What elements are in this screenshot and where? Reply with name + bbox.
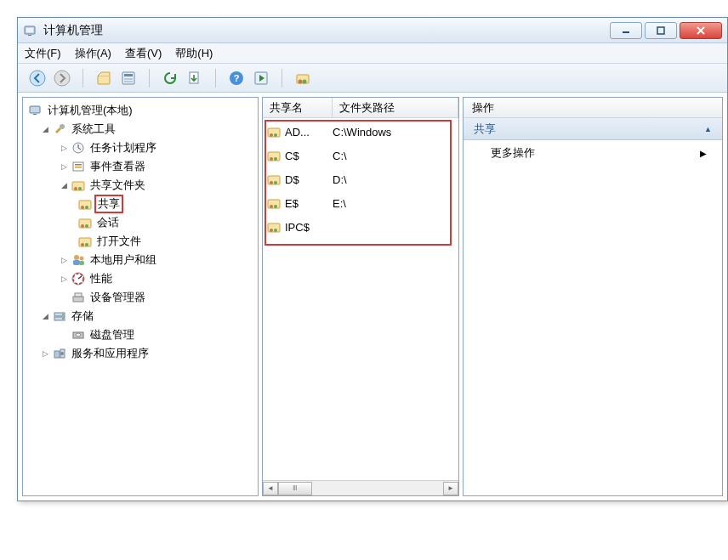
tree-label: 会话 xyxy=(94,214,122,231)
forward-button[interactable] xyxy=(51,67,73,89)
actions-pane: 操作 共享 ▲ 更多操作 ▶ xyxy=(463,97,723,496)
back-button[interactable] xyxy=(26,67,48,89)
performance-icon xyxy=(71,271,86,286)
tree-shares[interactable]: 共享 xyxy=(25,195,256,213)
svg-rect-44 xyxy=(73,297,83,302)
tree-sessions[interactable]: 会话 xyxy=(25,213,256,232)
list-item[interactable]: IPC$ xyxy=(263,215,458,239)
svg-point-66 xyxy=(274,205,277,208)
horizontal-scrollbar[interactable]: ◄ Ⅲ ► xyxy=(263,480,458,495)
tree-label-selected: 共享 xyxy=(94,195,123,213)
svg-point-17 xyxy=(299,79,303,83)
tree-shared-folders[interactable]: ◢ 共享文件夹 xyxy=(25,176,256,195)
svg-rect-39 xyxy=(73,260,80,265)
actions-more[interactable]: 更多操作 ▶ xyxy=(464,140,722,166)
tree-label: 存储 xyxy=(69,308,96,325)
close-button[interactable] xyxy=(680,22,722,39)
expand-icon[interactable]: ▷ xyxy=(59,274,69,284)
scroll-right-button[interactable]: ► xyxy=(443,482,458,495)
list-item[interactable]: E$ E:\ xyxy=(263,191,458,215)
tree-root-label: 计算机管理(本地) xyxy=(45,102,135,119)
cell-name: IPC$ xyxy=(285,221,310,234)
expand-icon[interactable]: ▷ xyxy=(59,143,69,153)
chevron-right-icon: ▶ xyxy=(700,149,707,158)
list-pane: 共享名 文件夹路径 AD... C:\Windows C$ C:\ D$ D:\ xyxy=(262,97,459,496)
expand-icon[interactable]: ▷ xyxy=(59,161,69,172)
column-share-name[interactable]: 共享名 xyxy=(263,98,333,117)
collapse-icon[interactable]: ◢ xyxy=(40,124,50,134)
tree-performance[interactable]: ▷ 性能 xyxy=(25,269,256,288)
menu-help[interactable]: 帮助(H) xyxy=(175,46,213,61)
tree-label: 性能 xyxy=(88,270,115,287)
export-button[interactable] xyxy=(184,67,206,89)
cell-path: E:\ xyxy=(333,197,455,210)
tree-root[interactable]: 计算机管理(本地) xyxy=(25,101,256,120)
open-files-icon xyxy=(77,234,93,249)
collapse-icon[interactable]: ◢ xyxy=(40,311,50,321)
svg-point-5 xyxy=(30,71,45,86)
svg-point-62 xyxy=(270,181,273,184)
expand-icon[interactable]: ▷ xyxy=(59,255,69,265)
svg-rect-1 xyxy=(26,28,33,32)
cell-name: AD... xyxy=(285,126,310,139)
svg-rect-25 xyxy=(75,167,82,168)
expand-icon[interactable]: ▷ xyxy=(40,348,50,359)
shares-icon xyxy=(77,196,93,212)
cell-name: D$ xyxy=(285,173,299,186)
sessions-icon xyxy=(77,215,93,230)
help-button[interactable]: ? xyxy=(225,67,247,89)
tree-storage[interactable]: ◢ 存储 xyxy=(25,307,256,325)
new-share-button[interactable] xyxy=(292,67,314,89)
menu-view[interactable]: 查看(V) xyxy=(125,46,162,61)
run-button[interactable] xyxy=(250,67,272,89)
list-header: 共享名 文件夹路径 xyxy=(263,98,458,118)
users-icon xyxy=(71,252,86,268)
tree-open-files[interactable]: 打开文件 xyxy=(25,232,256,251)
scroll-thumb[interactable]: Ⅲ xyxy=(278,482,312,495)
list-item[interactable]: D$ D:\ xyxy=(263,167,458,191)
svg-point-38 xyxy=(74,255,79,260)
scroll-left-button[interactable]: ◄ xyxy=(263,482,278,495)
properties-button[interactable] xyxy=(117,67,139,89)
svg-point-27 xyxy=(74,187,77,190)
column-folder-path[interactable]: 文件夹路径 xyxy=(333,98,458,117)
cell-name: C$ xyxy=(285,150,299,162)
svg-rect-45 xyxy=(75,293,82,297)
tree-label: 磁盘管理 xyxy=(88,326,137,343)
list-item[interactable]: C$ C:\ xyxy=(263,144,458,167)
svg-point-54 xyxy=(60,352,64,355)
svg-rect-7 xyxy=(98,76,110,84)
svg-rect-11 xyxy=(124,81,133,82)
actions-section-label: 共享 xyxy=(474,122,496,137)
svg-point-34 xyxy=(85,224,88,228)
tree-label: 系统工具 xyxy=(69,121,118,138)
tree-label: 设备管理器 xyxy=(88,289,148,306)
menu-action[interactable]: 操作(A) xyxy=(75,46,111,61)
share-icon xyxy=(266,124,282,139)
device-icon xyxy=(71,290,86,305)
tree-task-scheduler[interactable]: ▷ 任务计划程序 xyxy=(25,139,256,157)
svg-rect-24 xyxy=(75,164,82,166)
svg-rect-2 xyxy=(28,35,31,36)
svg-point-68 xyxy=(270,229,273,232)
tree-event-viewer[interactable]: ▷ 事件查看器 xyxy=(25,157,256,176)
svg-point-33 xyxy=(81,224,84,228)
list-item[interactable]: AD... C:\Windows xyxy=(263,120,458,144)
tree-pane: 计算机管理(本地) ◢ 系统工具 ▷ 任务计划程序 xyxy=(22,97,259,496)
window-controls xyxy=(610,22,722,39)
collapse-triangle-icon: ▲ xyxy=(704,125,712,133)
menu-file[interactable]: 文件(F) xyxy=(25,46,61,61)
refresh-button[interactable] xyxy=(159,67,181,89)
tree-services-apps[interactable]: ▷ 服务和应用程序 xyxy=(25,344,256,363)
actions-section[interactable]: 共享 ▲ xyxy=(464,118,722,140)
up-button[interactable] xyxy=(93,67,115,89)
tree-device-manager[interactable]: ▷ 设备管理器 xyxy=(25,288,256,307)
maximize-button[interactable] xyxy=(645,22,677,39)
collapse-icon[interactable]: ◢ xyxy=(59,180,69,190)
tree-label: 任务计划程序 xyxy=(88,139,159,156)
tree-local-users[interactable]: ▷ 本地用户和组 xyxy=(25,251,256,269)
tree-system-tools[interactable]: ◢ 系统工具 xyxy=(25,120,256,139)
minimize-button[interactable] xyxy=(610,22,642,39)
tree-disk-management[interactable]: ▷ 磁盘管理 xyxy=(25,325,256,344)
share-icon xyxy=(266,148,282,163)
